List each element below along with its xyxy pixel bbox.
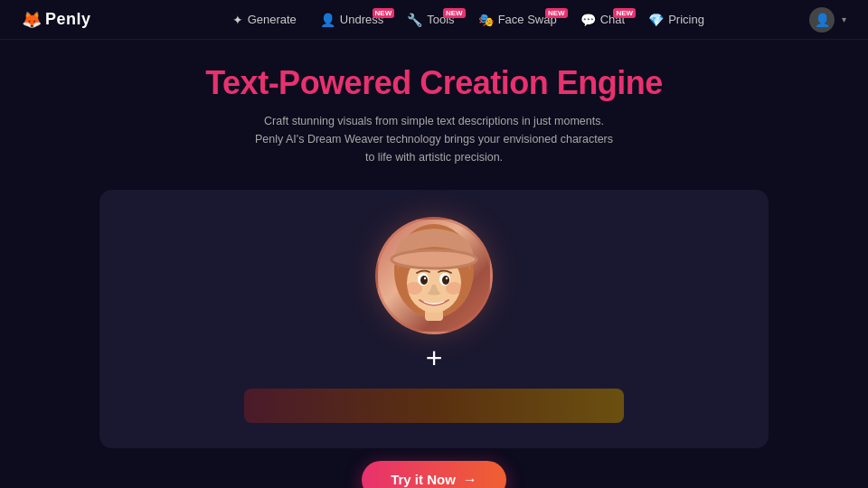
logo-icon: 🦊: [22, 10, 42, 30]
hero-section: Text-Powered Creation Engine Craft stunn…: [0, 40, 868, 181]
hero-subtitle: Craft stunning visuals from simple text …: [253, 112, 615, 166]
logo-text: Penly: [45, 10, 91, 29]
nav-item-faceswap[interactable]: 🎭 Face Swap NEW: [469, 8, 566, 32]
undress-icon: 👤: [320, 13, 335, 27]
tools-icon: 🔧: [407, 13, 422, 27]
face-svg: [380, 221, 488, 330]
hero-subtitle-line2: Penly AI's Dream Weaver technology bring…: [255, 133, 613, 164]
chat-badge: NEW: [613, 8, 636, 18]
pricing-icon: 💎: [648, 13, 664, 27]
hero-subtitle-line1: Craft stunning visuals from simple text …: [264, 115, 604, 127]
nav-item-pricing[interactable]: 💎 Pricing: [639, 8, 713, 32]
cta-arrow: →: [463, 472, 477, 488]
nav-right: 👤 ▾: [809, 7, 846, 33]
plus-icon: +: [426, 343, 443, 372]
chat-icon: 💬: [580, 13, 596, 27]
main-card: +: [99, 190, 769, 448]
avatar-dropdown-arrow[interactable]: ▾: [842, 14, 846, 24]
avatar-image: [375, 217, 493, 334]
cta-section: Try it Now →: [0, 461, 868, 488]
nav-item-tools[interactable]: 🔧 Tools NEW: [398, 8, 463, 32]
nav-item-chat[interactable]: 💬 Chat NEW: [571, 8, 634, 32]
faceswap-icon: 🎭: [478, 13, 494, 27]
prompt-input-bar[interactable]: [244, 389, 624, 423]
navbar: 🦊 Penly ✦ Generate 👤 Undress NEW 🔧 Tools…: [0, 0, 868, 40]
nav-label-pricing: Pricing: [668, 13, 704, 26]
nav-item-undress[interactable]: 👤 Undress NEW: [311, 8, 392, 32]
svg-point-10: [446, 277, 448, 278]
svg-point-9: [424, 277, 426, 278]
faceswap-badge: NEW: [545, 8, 568, 18]
svg-point-7: [420, 276, 428, 285]
undress-badge: NEW: [373, 8, 395, 18]
generate-icon: ✦: [232, 13, 243, 27]
hero-title: Text-Powered Creation Engine: [18, 65, 850, 101]
nav-links: ✦ Generate 👤 Undress NEW 🔧 Tools NEW 🎭 F…: [127, 8, 809, 32]
try-it-now-button[interactable]: Try it Now →: [362, 461, 506, 488]
user-avatar[interactable]: 👤: [809, 7, 835, 33]
nav-label-generate: Generate: [248, 13, 297, 26]
svg-point-8: [442, 276, 449, 285]
nav-item-generate[interactable]: ✦ Generate: [223, 8, 306, 32]
cta-label: Try it Now: [391, 472, 456, 487]
tools-badge: NEW: [443, 8, 466, 18]
logo[interactable]: 🦊 Penly: [22, 10, 91, 30]
